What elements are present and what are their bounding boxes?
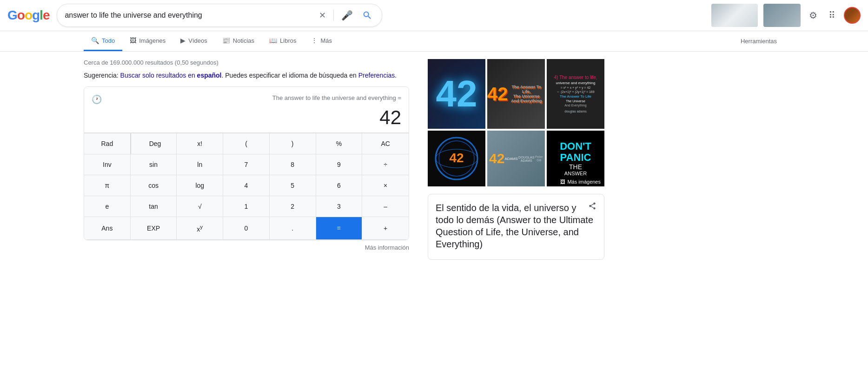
image-42-orange[interactable]: 42 The Answer To Life,The UniverseAnd Ev…: [487, 59, 545, 129]
right-column: 42 42 The Answer To Life,The UniverseAnd…: [428, 59, 604, 260]
dont-panic-sub: THE: [569, 163, 582, 171]
image-grid: 42 42 The Answer To Life,The UniverseAnd…: [428, 59, 604, 186]
tab-libros-label: Libros: [280, 37, 296, 44]
more-images-label: Más imágenes: [567, 179, 601, 185]
search-input[interactable]: [65, 11, 313, 20]
main-content: Cerca de 169.000.000 resultados (0,50 se…: [0, 52, 868, 267]
header: Google ✕ 🎤 ⚙ ⠿: [0, 0, 868, 31]
calc-btn-1[interactable]: 1: [223, 196, 270, 217]
image-stone[interactable]: 42 ADAMS DOUGLAS ADAMS Peter Gill: [487, 131, 545, 186]
tab-videos-label: Vídeos: [188, 37, 207, 44]
logo-letter-o1: o: [17, 8, 25, 22]
tools-button[interactable]: Herramientas: [733, 32, 784, 50]
calc-btn-close-paren[interactable]: ): [270, 133, 316, 154]
calc-btn-8[interactable]: 8: [270, 154, 316, 175]
calc-btn-rad[interactable]: Rad: [84, 133, 131, 154]
image-math[interactable]: 4) The answer to life, universe and ever…: [547, 59, 604, 129]
svg-text:42: 42: [449, 151, 464, 165]
calc-btn-0[interactable]: 0: [223, 217, 270, 240]
suggestion: Sugerencia: Buscar solo resultados en es…: [84, 72, 409, 79]
header-image-2: [763, 4, 801, 27]
calc-btn-multiply[interactable]: ×: [362, 175, 409, 196]
calc-btn-5[interactable]: 5: [270, 175, 316, 196]
calc-btn-plus[interactable]: +: [362, 217, 409, 240]
tab-imagenes-label: Imágenes: [139, 37, 166, 44]
mic-button[interactable]: 🎤: [339, 8, 355, 23]
tab-noticias-label: Noticias: [233, 37, 254, 44]
calc-btn-equals[interactable]: =: [316, 217, 363, 240]
search-submit-button[interactable]: [360, 8, 374, 22]
image-icon: 🖼: [560, 179, 565, 185]
calc-btn-ln[interactable]: ln: [177, 154, 223, 175]
image-42-blue[interactable]: 42: [428, 59, 485, 129]
calc-btn-4[interactable]: 4: [223, 175, 270, 196]
calc-btn-sin[interactable]: sin: [131, 154, 177, 175]
calc-expression: The answer to life the universe and ever…: [272, 94, 401, 101]
books-icon: 📖: [269, 37, 277, 44]
calc-btn-e[interactable]: e: [84, 196, 131, 217]
calc-btn-pi[interactable]: π: [84, 175, 131, 196]
calc-btn-6[interactable]: 6: [316, 175, 363, 196]
header-image-1: [711, 4, 758, 27]
tab-todo[interactable]: 🔍 Todo: [84, 31, 122, 51]
more-info-link[interactable]: Más información: [84, 244, 409, 251]
avatar[interactable]: [844, 7, 861, 24]
logo-letter-e: e: [43, 8, 50, 22]
suggestion-link-bold: español: [197, 72, 222, 79]
calc-btn-ac[interactable]: AC: [362, 133, 409, 154]
header-right: ⚙ ⠿: [711, 4, 861, 27]
calc-btn-factorial[interactable]: x!: [177, 133, 223, 154]
share-icon: [588, 202, 596, 210]
calc-btn-minus[interactable]: –: [362, 196, 409, 217]
image-circle-42[interactable]: 42: [428, 131, 485, 186]
tab-noticias[interactable]: 📰 Noticias: [215, 31, 262, 51]
clear-button[interactable]: ✕: [317, 8, 328, 22]
wiki-title: El sentido de la vida, el universo y tod…: [436, 202, 596, 250]
calculator: 🕐 The answer to life the universe and ev…: [84, 86, 409, 240]
wiki-box: El sentido de la vida, el universo y tod…: [428, 194, 604, 260]
calc-btn-deg[interactable]: Deg: [131, 133, 177, 154]
calc-btn-7[interactable]: 7: [223, 154, 270, 175]
calc-btn-decimal[interactable]: .: [270, 217, 316, 240]
image-dont-panic[interactable]: DON'TPANIC THE ANSWER 🖼 Más imágenes: [547, 131, 604, 186]
more-images-overlay[interactable]: 🖼 Más imágenes: [557, 177, 604, 186]
calc-btn-open-paren[interactable]: (: [223, 133, 270, 154]
tab-imagenes[interactable]: 🖼 Imágenes: [122, 31, 173, 51]
tab-libros[interactable]: 📖 Libros: [262, 31, 304, 51]
calc-btn-power[interactable]: xy: [177, 217, 223, 240]
calc-history-icon[interactable]: 🕐: [92, 94, 102, 105]
calc-btn-ans[interactable]: Ans: [84, 217, 131, 240]
search-icon: [362, 10, 372, 20]
calc-display: 🕐 The answer to life the universe and ev…: [84, 87, 409, 132]
suggestion-link[interactable]: Buscar solo resultados en español: [120, 72, 222, 79]
preferences-link[interactable]: Preferencias: [358, 72, 395, 79]
calc-btn-sqrt[interactable]: √: [177, 196, 223, 217]
apps-button[interactable]: ⠿: [826, 7, 838, 24]
share-button[interactable]: [588, 202, 596, 212]
tab-videos[interactable]: ▶ Vídeos: [173, 31, 214, 51]
calc-btn-exp[interactable]: EXP: [131, 217, 177, 240]
divider: [333, 10, 334, 21]
dont-panic-answer: ANSWER: [564, 171, 587, 176]
tab-mas[interactable]: ⋮ Más: [304, 31, 339, 51]
calc-btn-divide[interactable]: ÷: [362, 154, 409, 175]
news-icon: 📰: [222, 37, 230, 44]
calc-btn-2[interactable]: 2: [270, 196, 316, 217]
nav-tabs: 🔍 Todo 🖼 Imágenes ▶ Vídeos 📰 Noticias 📖 …: [0, 31, 868, 52]
calc-btn-log[interactable]: log: [177, 175, 223, 196]
calc-display-header: 🕐 The answer to life the universe and ev…: [92, 94, 401, 105]
suggestion-text: Sugerencia:: [84, 72, 119, 79]
logo-letter-g: G: [7, 8, 17, 22]
dont-panic-title: DON'TPANIC: [560, 141, 591, 163]
tab-mas-label: Más: [320, 37, 332, 44]
calc-btn-3[interactable]: 3: [316, 196, 363, 217]
calc-btn-percent[interactable]: %: [316, 133, 363, 154]
search-bar[interactable]: ✕ 🎤: [57, 4, 382, 27]
calc-btn-9[interactable]: 9: [316, 154, 363, 175]
calc-btn-tan[interactable]: tan: [131, 196, 177, 217]
more-icon: ⋮: [311, 37, 318, 44]
google-logo: Google: [7, 8, 49, 23]
settings-button[interactable]: ⚙: [806, 7, 820, 24]
calc-btn-inv[interactable]: Inv: [84, 154, 131, 175]
calc-btn-cos[interactable]: cos: [131, 175, 177, 196]
